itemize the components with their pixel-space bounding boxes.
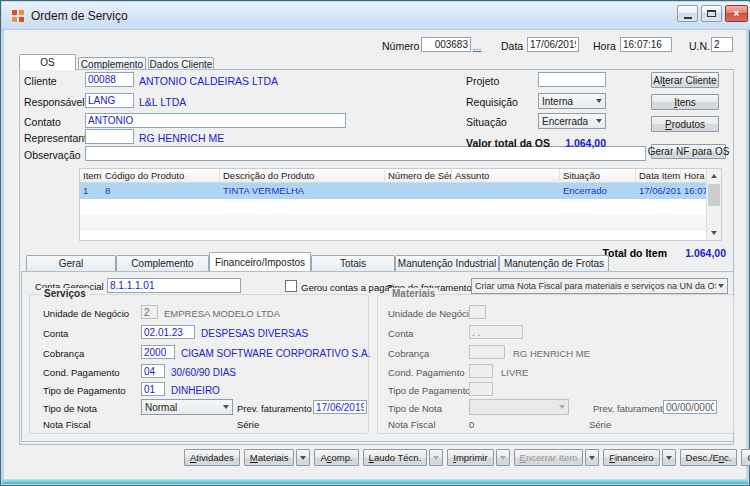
ordem-de-servico-window: Ordem de Serviço × Número ... Data Hora …	[0, 0, 750, 486]
contato-input[interactable]	[85, 113, 346, 128]
laudo-tecnico-button[interactable]: Laudo Técn.	[363, 449, 428, 466]
tipo-faturamento-select[interactable]: Criar uma Nota Fiscal para materiais e s…	[471, 278, 728, 294]
servicos-nota-fiscal-label: Nota Fiscal	[43, 419, 91, 430]
servicos-tipo-nota-select[interactable]: Normal	[141, 399, 233, 415]
tab-manutencao-industrial[interactable]: Manutenção Industrial	[395, 255, 499, 271]
maximize-button[interactable]	[701, 5, 722, 22]
cell-descricao: TINTA VERMELHA	[220, 183, 385, 199]
conta-gerencial-input[interactable]	[107, 278, 241, 293]
servicos-prev-input[interactable]	[313, 400, 367, 414]
requisicao-select[interactable]: Interna	[538, 93, 606, 109]
cliente-label: Cliente	[24, 75, 57, 87]
col-assunto[interactable]: Assunto	[452, 169, 560, 183]
encerrar-item-button: Encerrar Item	[514, 449, 584, 466]
financeiro-dropdown-button[interactable]	[662, 449, 676, 466]
items-table: Item Código do Produto Descrição do Prod…	[79, 168, 722, 241]
cell-numero-serie	[385, 183, 452, 199]
numero-input[interactable]	[421, 37, 471, 52]
numero-label: Número	[382, 40, 419, 52]
chevron-down-icon	[559, 405, 565, 409]
desc-enc-button[interactable]: Desc./Enc.	[680, 449, 738, 466]
un-input[interactable]	[711, 37, 733, 52]
col-descricao[interactable]: Descrição do Produto	[220, 169, 385, 183]
table-scrollbar[interactable]	[706, 169, 721, 240]
materiais-cond-input	[469, 364, 493, 378]
servicos-cond-input[interactable]	[141, 364, 165, 378]
col-situacao[interactable]: Situação	[560, 169, 636, 183]
imprimir-button[interactable]: Imprimir	[447, 449, 493, 466]
col-data-item[interactable]: Data Item	[636, 169, 681, 183]
responsavel-input[interactable]	[85, 93, 134, 108]
servicos-tipo-pag-input[interactable]	[141, 382, 165, 396]
materiais-un-input	[469, 305, 486, 319]
scroll-up-button[interactable]	[707, 169, 721, 183]
materiais-button[interactable]: Materiais	[244, 449, 295, 466]
alterar-cliente-button[interactable]: Alterar Cliente	[651, 72, 719, 88]
materiais-dropdown-button[interactable]	[296, 449, 310, 466]
situacao-select[interactable]: Encerrada	[538, 113, 606, 129]
maximize-icon	[707, 10, 716, 17]
tab-os[interactable]: OS	[19, 54, 76, 70]
itens-button[interactable]: Itens	[651, 94, 719, 110]
servicos-cobranca-input[interactable]	[141, 345, 175, 359]
situacao-value: Encerrada	[542, 116, 588, 127]
materiais-cobranca-input	[469, 345, 505, 359]
financeiro-button[interactable]: Financeiro	[603, 449, 659, 466]
servicos-cobranca-label: Cobrança	[43, 348, 84, 359]
scroll-down-button[interactable]	[707, 226, 721, 240]
tab-financeiro-impostos[interactable]: Financeiro/Impostos	[209, 252, 311, 271]
materiais-cobranca-name: RG HENRICH ME	[513, 348, 590, 359]
data-input[interactable]	[527, 37, 579, 52]
servicos-conta-input[interactable]	[141, 325, 195, 339]
scrollbar-thumb[interactable]	[708, 184, 720, 206]
numero-lookup-icon[interactable]: ...	[473, 41, 481, 52]
minimize-button[interactable]	[677, 5, 698, 22]
materiais-un-label: Unidade de Negócio	[388, 308, 474, 319]
cliente-input[interactable]	[85, 72, 134, 87]
window-frame-accent	[2, 479, 748, 484]
tab-complemento-detail[interactable]: Complemento	[116, 255, 209, 271]
servicos-cond-name: 30/60/90 DIAS	[171, 367, 236, 378]
responsavel-label: Responsável	[24, 96, 85, 108]
materiais-prev-input[interactable]	[663, 400, 717, 414]
representante-input[interactable]	[85, 129, 134, 144]
materiais-nota-fiscal-label: Nota Fiscal	[388, 419, 436, 430]
observacao-label: Observação	[24, 149, 81, 161]
materiais-cobranca-label: Cobrança	[388, 348, 429, 359]
chevron-down-icon	[596, 119, 602, 123]
col-numero-serie[interactable]: Número de Série	[385, 169, 452, 183]
gerou-contas-label: Gerou contas a pagar	[301, 282, 393, 293]
triangle-up-icon	[711, 174, 717, 178]
titlebar[interactable]: Ordem de Serviço	[2, 2, 750, 30]
acomp-button[interactable]: Acomp.	[314, 449, 358, 466]
projeto-input[interactable]	[538, 72, 606, 87]
responsavel-name: L&L LTDA	[139, 96, 186, 108]
representante-name: RG HENRICH ME	[139, 132, 224, 144]
produtos-button[interactable]: Produtos	[651, 116, 719, 132]
servicos-un-name: EMPRESA MODELO LTDA	[164, 308, 280, 319]
tab-geral[interactable]: Geral	[26, 255, 116, 271]
gerar-nf-button[interactable]: Gerar NF para OS	[651, 144, 726, 159]
hora-input[interactable]	[620, 37, 672, 52]
encerrar-dropdown-button[interactable]	[585, 449, 599, 466]
servicos-tipo-pag-label: Tipo de Pagamento	[43, 385, 126, 396]
close-button[interactable]: ×	[725, 5, 748, 22]
cell-item: 1	[80, 183, 102, 199]
data-label: Data	[501, 40, 523, 52]
table-empty-row	[80, 231, 721, 247]
tab-manutencao-frotas[interactable]: Manutenção de Frotas	[499, 255, 609, 271]
servicos-cobranca-name: CIGAM SOFTWARE CORPORATIVO S.A.	[181, 348, 370, 359]
chevron-down-icon	[666, 456, 672, 460]
tab-totais[interactable]: Totais	[311, 255, 395, 271]
servicos-conta-name: DESPESAS DIVERSAS	[201, 328, 308, 339]
col-item[interactable]: Item	[80, 169, 102, 183]
gerou-contas-checkbox[interactable]	[285, 280, 297, 292]
table-row[interactable]: 1 8 TINTA VERMELHA Encerrado 17/06/2019 …	[80, 183, 721, 199]
atividades-button[interactable]: Atividades	[184, 449, 240, 466]
col-codigo[interactable]: Código do Produto	[102, 169, 220, 183]
requisicao-value: Interna	[542, 96, 573, 107]
materiais-nota-fiscal-value: 0	[469, 419, 474, 430]
os-relac-button[interactable]: OS Relac.	[741, 449, 750, 466]
col-hora[interactable]: Hora	[681, 169, 708, 183]
chevron-down-icon	[433, 456, 439, 460]
